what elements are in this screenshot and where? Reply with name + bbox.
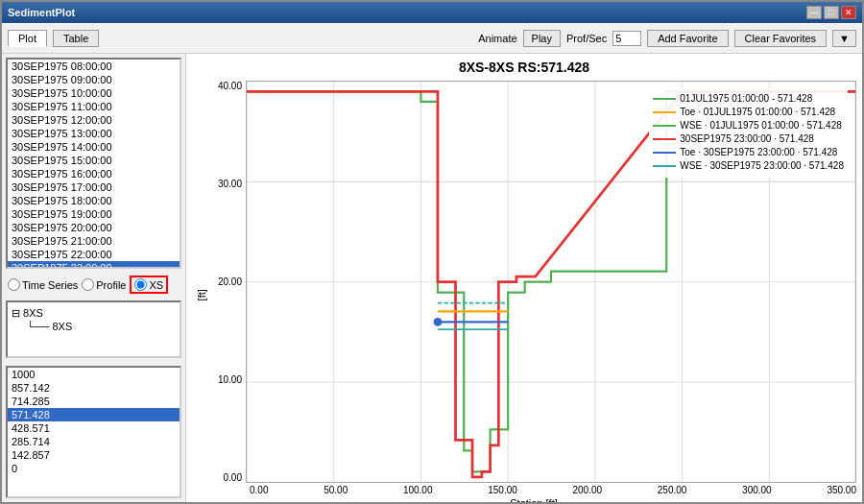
x-axis-ticks: 0.00 50.00 100.00 150.00 200.00 250.00 3…	[250, 483, 856, 495]
legend-item-3: WSE · 01JUL1975 01:00:00 · 571.428	[653, 120, 844, 131]
maximize-button[interactable]: □	[824, 6, 839, 19]
rs-list-item[interactable]: 142.857	[8, 448, 180, 462]
tab-plot[interactable]: Plot	[8, 30, 47, 47]
time-list-item[interactable]: 30SEP1975 15:00:00	[8, 154, 180, 167]
y-axis-label: [ft]	[192, 81, 211, 502]
time-list-item[interactable]: 30SEP1975 13:00:00	[8, 127, 180, 140]
legend-item-5: Toe · 30SEP1975 23:00:00 · 571.428	[653, 147, 844, 157]
rs-list-item[interactable]: 714.285	[8, 395, 180, 408]
main-window: SedimentPlot — □ ✕ Plot Table Animate Pl…	[0, 0, 864, 504]
rs-list-item[interactable]: 285.714	[8, 435, 180, 448]
chart-area: 8XS-8XS RS:571.428 [ft] 40.00 30.00 20.0…	[186, 54, 862, 502]
radio-profile[interactable]: Profile	[82, 278, 126, 291]
play-button[interactable]: Play	[523, 30, 561, 47]
time-list-item[interactable]: 30SEP1975 22:00:00	[8, 248, 180, 261]
toolbar: Plot Table Animate Play Prof/Sec Add Fav…	[2, 23, 862, 54]
prof-input[interactable]	[612, 31, 641, 46]
main-content: 30SEP1975 08:00:0030SEP1975 09:00:0030SE…	[2, 54, 862, 502]
time-list-container[interactable]: 30SEP1975 08:00:0030SEP1975 09:00:0030SE…	[6, 58, 181, 269]
minimize-button[interactable]: —	[806, 6, 822, 19]
time-list-item[interactable]: 30SEP1975 20:00:00	[8, 221, 180, 234]
rs-list-item[interactable]: 0	[8, 462, 180, 475]
time-list-item[interactable]: 30SEP1975 14:00:00	[8, 140, 180, 154]
legend-color-6	[653, 165, 676, 167]
window-title: SedimentPlot	[8, 7, 75, 18]
time-list-item[interactable]: 30SEP1975 09:00:00	[8, 73, 180, 86]
time-list-item[interactable]: 30SEP1975 12:00:00	[8, 113, 180, 127]
prof-label: Prof/Sec	[566, 33, 607, 44]
chart-plot: 01JUL1975 01:00:00 - 571.428 Toe · 01JUL…	[246, 81, 856, 483]
time-list-item[interactable]: 30SEP1975 23:00:00	[8, 261, 180, 269]
rs-list-item[interactable]: 857.142	[8, 381, 180, 395]
tree-container: ⊟ 8XS └── 8XS	[6, 300, 181, 358]
legend-color-2	[653, 111, 676, 113]
dropdown-button[interactable]: ▼	[832, 30, 856, 47]
time-list-item[interactable]: 30SEP1975 16:00:00	[8, 167, 180, 180]
radio-time-series[interactable]: Time Series	[8, 278, 78, 291]
time-list-item[interactable]: 30SEP1975 08:00:00	[8, 60, 180, 73]
legend-item-1: 01JUL1975 01:00:00 - 571.428	[653, 93, 844, 104]
left-panel: 30SEP1975 08:00:0030SEP1975 09:00:0030SE…	[2, 54, 186, 502]
legend-item-4: 30SEP1975 23:00:00 · 571.428	[653, 133, 844, 144]
title-bar: SedimentPlot — □ ✕	[2, 2, 862, 23]
time-list-item[interactable]: 30SEP1975 18:00:00	[8, 194, 180, 207]
legend-item-6: WSE · 30SEP1975 23:00:00 · 571.428	[653, 160, 844, 171]
time-list-item[interactable]: 30SEP1975 10:00:00	[8, 86, 180, 100]
time-list-item[interactable]: 30SEP1975 21:00:00	[8, 234, 180, 248]
radio-group: Time Series Profile XS	[2, 273, 185, 297]
time-list-item[interactable]: 30SEP1975 17:00:00	[8, 180, 180, 194]
y-axis-ticks: 40.00 30.00 20.00 10.00 0.00	[211, 81, 246, 483]
time-list-item[interactable]: 30SEP1975 11:00:00	[8, 100, 180, 113]
clear-favorites-button[interactable]: Clear Favorites	[734, 30, 828, 47]
tab-table[interactable]: Table	[53, 30, 99, 47]
legend: 01JUL1975 01:00:00 - 571.428 Toe · 01JUL…	[649, 89, 848, 178]
time-list-item[interactable]: 30SEP1975 19:00:00	[8, 207, 180, 221]
rs-list-container[interactable]: 1000857.142714.285571.428428.571285.7141…	[6, 366, 181, 498]
tree-child[interactable]: └── 8XS	[12, 321, 176, 332]
add-favorite-button[interactable]: Add Favorite	[647, 30, 728, 47]
legend-color-5	[653, 152, 676, 154]
radio-xs[interactable]: XS	[130, 276, 168, 294]
rs-list-item[interactable]: 428.571	[8, 421, 180, 435]
legend-color-4	[653, 138, 676, 140]
window-controls: — □ ✕	[806, 6, 856, 19]
animate-label: Animate	[478, 33, 516, 44]
time-list: 30SEP1975 08:00:0030SEP1975 09:00:0030SE…	[8, 60, 180, 269]
rs-list: 1000857.142714.285571.428428.571285.7141…	[8, 368, 180, 475]
legend-color-1	[653, 98, 676, 100]
rs-list-item[interactable]: 1000	[8, 368, 180, 381]
legend-item-2: Toe · 01JUL1975 01:00:00 · 571.428	[653, 107, 844, 117]
close-button[interactable]: ✕	[841, 6, 856, 19]
rs-list-item[interactable]: 571.428	[8, 408, 180, 421]
blue-dot	[434, 318, 443, 326]
legend-color-3	[653, 125, 676, 127]
x-axis-label: Station [ft]	[211, 497, 856, 502]
tree-parent[interactable]: ⊟ 8XS	[12, 306, 176, 321]
chart-title: 8XS-8XS RS:571.428	[192, 60, 856, 75]
